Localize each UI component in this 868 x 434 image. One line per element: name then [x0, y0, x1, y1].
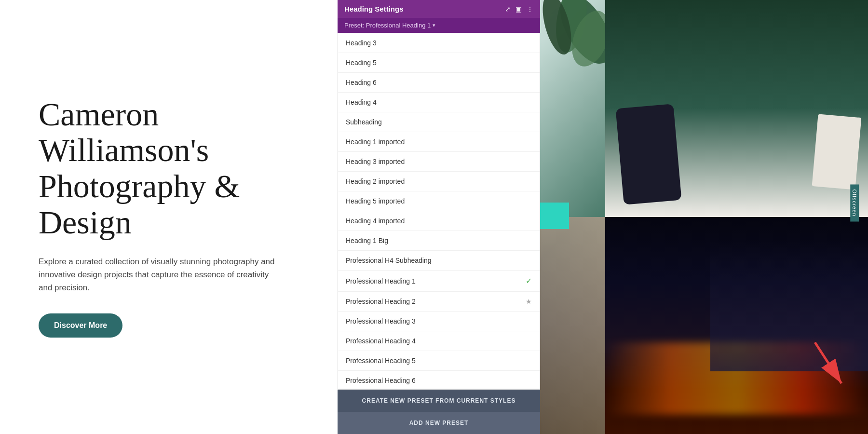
dropdown-item[interactable]: Heading 5 [338, 53, 540, 73]
dropdown-item-label: Professional Heading 4 [346, 337, 416, 345]
resize-icon[interactable]: ⤢ [505, 5, 511, 13]
dropdown-item[interactable]: Professional Heading 6 [338, 371, 540, 389]
panel-header-icons: ⤢ ▣ ⋮ [505, 5, 533, 13]
dropdown-item-label: Professional H4 Subheading [346, 257, 431, 264]
website-title: Cameron Williamson's Photography & Desig… [39, 96, 313, 241]
dropdown-item[interactable]: Heading 6 [338, 73, 540, 93]
preset-label: Preset: Professional Heading 1 [344, 22, 431, 29]
dropdown-item-label: Professional Heading 3 [346, 317, 416, 325]
layout-icon[interactable]: ▣ [515, 5, 522, 13]
preset-selector[interactable]: Preset: Professional Heading 1 ▾ [338, 18, 540, 33]
heading-settings-panel: Heading Settings ⤢ ▣ ⋮ Preset: Professio… [338, 0, 540, 434]
dropdown-wrapper: Heading 3Heading 5Heading 6Heading 4Subh… [338, 33, 540, 389]
dropdown-item-label: Heading 5 [346, 59, 377, 67]
panel-header: Heading Settings ⤢ ▣ ⋮ [338, 0, 540, 18]
dropdown-item[interactable]: Subheading [338, 112, 540, 132]
dropdown-item-label: Professional Heading 6 [346, 377, 416, 384]
dropdown-item-label: Heading 4 imported [346, 217, 405, 225]
website-left-panel: Cameron Williamson's Photography & Desig… [0, 0, 342, 434]
dropdown-item[interactable]: Professional Heading 3 [338, 312, 540, 331]
dropdown-item-label: Heading 4 [346, 98, 377, 106]
dropdown-item-label: Heading 3 [346, 39, 377, 47]
preset-dropdown-list[interactable]: Heading 3Heading 5Heading 6Heading 4Subh… [338, 33, 540, 389]
dropdown-item-label: Heading 2 imported [346, 177, 405, 185]
offscreen-label: Offscreen [850, 185, 859, 222]
dropdown-item-label: Professional Heading 5 [346, 357, 416, 365]
dropdown-item-label: Heading 1 imported [346, 138, 405, 146]
dropdown-item[interactable]: Heading 4 [338, 93, 540, 112]
dropdown-item[interactable]: Heading 5 imported [338, 191, 540, 211]
dropdown-item[interactable]: Heading 1 Big [338, 231, 540, 251]
dropdown-item[interactable]: Heading 3 imported [338, 152, 540, 172]
website-description: Explore a curated collection of visually… [39, 255, 280, 295]
image-bottom-right [605, 217, 868, 434]
dropdown-item-label: Subheading [346, 118, 382, 126]
more-options-icon[interactable]: ⋮ [527, 5, 533, 13]
dropdown-item[interactable]: Professional Heading 4 [338, 331, 540, 351]
star-icon: ★ [526, 298, 532, 305]
preset-dropdown-arrow: ▾ [433, 22, 435, 28]
dropdown-item-label: Professional Heading 1 [346, 277, 416, 285]
check-icon: ✓ [526, 276, 532, 285]
dropdown-item-label: Heading 6 [346, 79, 377, 86]
dropdown-item[interactable]: Heading 3 [338, 33, 540, 53]
dropdown-item[interactable]: Professional Heading 1✓ [338, 271, 540, 292]
dropdown-item-label: Heading 3 imported [346, 158, 405, 165]
panel-footer: CREATE NEW PRESET FROM CURRENT STYLES AD… [338, 389, 540, 434]
image-top-right [605, 0, 868, 217]
create-preset-button[interactable]: CREATE NEW PRESET FROM CURRENT STYLES [338, 390, 540, 412]
panel-title: Heading Settings [344, 5, 404, 13]
dropdown-item-label: Heading 5 imported [346, 197, 405, 205]
dropdown-item-label: Heading 1 Big [346, 237, 388, 244]
dropdown-item[interactable]: Heading 4 imported [338, 211, 540, 231]
dropdown-item[interactable]: Heading 1 imported [338, 132, 540, 152]
dropdown-item[interactable]: Professional Heading 2★ [338, 292, 540, 312]
dropdown-item[interactable]: Professional Heading 5 [338, 351, 540, 371]
dropdown-item[interactable]: Heading 2 imported [338, 172, 540, 191]
discover-more-button[interactable]: Discover More [39, 313, 122, 338]
dropdown-item-label: Professional Heading 2 [346, 298, 416, 305]
add-preset-button[interactable]: ADD NEW PRESET [338, 412, 540, 434]
dropdown-item[interactable]: Professional H4 Subheading [338, 251, 540, 271]
